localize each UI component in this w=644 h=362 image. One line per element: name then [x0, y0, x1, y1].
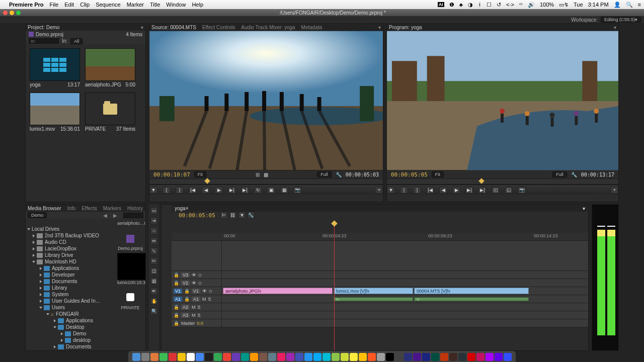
dock-app[interactable] — [377, 353, 385, 361]
slip-tool[interactable]: ◫ — [150, 267, 157, 275]
selection-tool[interactable]: ▭ — [150, 207, 157, 214]
pen-tool[interactable]: ✒ — [150, 288, 157, 295]
source-res-dropdown[interactable]: Full — [317, 171, 332, 177]
program-viewer[interactable] — [387, 31, 618, 170]
safe-margins-icon[interactable]: ⊞ — [256, 172, 260, 177]
menu-clip[interactable]: Clip — [80, 2, 90, 8]
menubar-day[interactable]: Tue — [574, 2, 583, 8]
markers-tab[interactable]: Markers — [103, 206, 121, 211]
menubar-spotlight-icon[interactable]: 🔍 — [626, 2, 633, 8]
window-minimize-button[interactable] — [10, 11, 14, 15]
menubar-dev-icon[interactable]: <·> — [506, 2, 514, 8]
play-button[interactable]: ▶ — [215, 187, 223, 194]
metadata-tab[interactable]: Metadata — [301, 25, 323, 30]
slide-tool[interactable]: ▥ — [150, 278, 157, 285]
dock-app[interactable] — [214, 353, 222, 361]
dock-app[interactable] — [286, 353, 294, 361]
dock-app[interactable] — [359, 353, 367, 361]
menubar-extra-1[interactable]: ❶ — [449, 2, 454, 8]
clip-aerialphoto[interactable]: aerialphoto.JPG fx — [223, 288, 333, 294]
dock-app[interactable] — [476, 353, 485, 361]
effect-controls-tab[interactable]: Effect Controls — [202, 25, 235, 30]
dock-app[interactable] — [368, 353, 376, 361]
window-close-button[interactable] — [3, 11, 8, 15]
program-scrubber[interactable] — [387, 178, 618, 185]
v1-clip-area[interactable]: aerialphoto.JPG fx lumix1.mov [V] fx 000… — [222, 287, 588, 295]
source-scrubber[interactable] — [149, 178, 383, 185]
go-out-button[interactable]: ▶| — [478, 187, 487, 194]
project-search-input[interactable] — [29, 38, 59, 44]
dock-app[interactable] — [467, 353, 475, 361]
a1-clip-area[interactable]: fx fx — [222, 295, 588, 303]
tl-settings-button[interactable]: 🔧 — [248, 212, 255, 219]
settings-icon[interactable]: 🔧 — [336, 172, 342, 177]
mb-search-input[interactable] — [123, 213, 143, 218]
window-zoom-button[interactable] — [16, 11, 21, 15]
razor-tool[interactable]: ✂ — [150, 257, 157, 264]
mark-in-button[interactable]: { — [163, 187, 171, 194]
menubar-adobe-icon[interactable]: AI — [438, 2, 444, 7]
step-fwd-button[interactable]: ▶| — [465, 187, 473, 194]
dock-app[interactable] — [159, 353, 168, 361]
add-marker-button[interactable]: ▼ — [387, 187, 395, 194]
dock-app[interactable] — [332, 353, 340, 361]
media-browser-tab[interactable]: Media Browser — [28, 206, 61, 211]
dock-app[interactable] — [132, 353, 140, 361]
mac-dock[interactable] — [128, 351, 516, 362]
extract-button[interactable]: ◱ — [505, 187, 513, 194]
marker-add-button[interactable]: ▼ — [238, 212, 246, 219]
dock-app[interactable] — [504, 353, 512, 361]
bin-item-sequence[interactable]: yoga13:17 — [30, 48, 80, 87]
sequence-tab[interactable]: yoga — [175, 206, 186, 211]
export-frame-button[interactable]: 📷 — [293, 187, 301, 194]
snap-toggle[interactable]: ⊢ — [220, 212, 227, 219]
track-v1-header[interactable]: V1 — [192, 289, 200, 294]
dock-app[interactable] — [268, 353, 276, 361]
menu-file[interactable]: File — [49, 2, 58, 8]
menubar-extra-2[interactable]: ♣ — [459, 2, 463, 8]
dock-app[interactable] — [223, 353, 231, 361]
timeline-playhead-tc[interactable]: 00:00:05:05 — [179, 212, 215, 219]
dock-app[interactable] — [350, 353, 358, 361]
dock-app[interactable] — [422, 353, 430, 361]
app-name[interactable]: Premiere Pro — [9, 2, 43, 8]
program-zoom-dropdown[interactable]: Fit — [432, 171, 444, 177]
info-tab[interactable]: Info — [67, 206, 76, 211]
dock-app[interactable] — [141, 353, 149, 361]
menubar-sync-icon[interactable]: ↺ — [497, 2, 501, 8]
dock-app[interactable] — [196, 353, 204, 361]
menubar-battery-icon[interactable]: ▭↯ — [559, 2, 569, 8]
lift-button[interactable]: ◰ — [492, 187, 500, 194]
mark-out-button[interactable]: } — [176, 187, 184, 194]
track-a3-header[interactable]: A3 — [181, 313, 190, 318]
clip-audio-lumix1[interactable]: fx — [334, 297, 413, 301]
bin-item-video[interactable]: lumix1.mov15:36:01 — [30, 93, 80, 132]
menu-help[interactable]: Help — [192, 2, 203, 8]
step-back-button[interactable]: ◀ — [439, 187, 447, 194]
play-button[interactable]: ▶ — [452, 187, 460, 194]
track-a1-header[interactable]: A1 — [192, 297, 200, 302]
mb-fwd-button[interactable]: ▶ — [113, 213, 117, 218]
add-marker-button[interactable]: ▼ — [149, 187, 157, 194]
dock-app[interactable] — [458, 353, 466, 361]
audio-mixer-tab[interactable]: Audio Track Mixer: yoga — [241, 25, 295, 30]
menu-window[interactable]: Window — [166, 2, 186, 8]
go-in-button[interactable]: |◀ — [189, 187, 197, 194]
bin-item-folder[interactable]: PRIVATE37 Items — [85, 93, 135, 132]
dock-app[interactable] — [232, 353, 240, 361]
track-select-tool[interactable]: ⇥ — [150, 217, 157, 224]
button-editor[interactable]: ＋ — [375, 187, 383, 194]
ripple-tool[interactable]: ↔ — [150, 227, 157, 234]
dock-app[interactable] — [313, 353, 321, 361]
dock-app[interactable] — [295, 353, 303, 361]
menu-edit[interactable]: Edit — [64, 2, 74, 8]
dock-app[interactable] — [323, 353, 331, 361]
overwrite-button[interactable]: ▦ — [280, 187, 288, 194]
dock-app[interactable] — [304, 353, 312, 361]
dock-app[interactable] — [431, 353, 439, 361]
dock-app[interactable] — [169, 353, 177, 361]
dock-app[interactable] — [150, 353, 158, 361]
dock-app[interactable] — [440, 353, 448, 361]
clip-lumix1[interactable]: lumix1.mov [V] fx — [334, 288, 413, 294]
dock-app[interactable] — [404, 353, 412, 361]
